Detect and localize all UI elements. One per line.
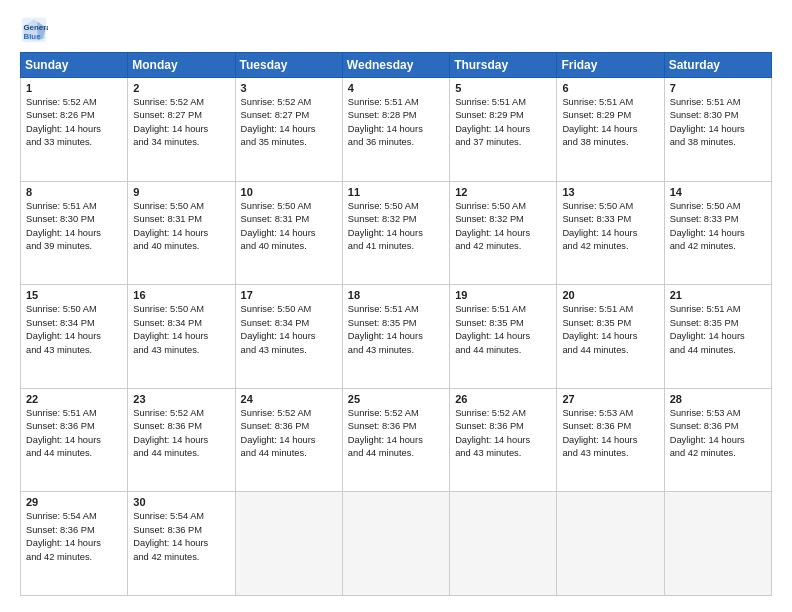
day-info: Sunrise: 5:53 AMSunset: 8:36 PMDaylight:…: [670, 407, 766, 461]
day-info: Sunrise: 5:52 AMSunset: 8:36 PMDaylight:…: [455, 407, 551, 461]
calendar-cell: 4Sunrise: 5:51 AMSunset: 8:28 PMDaylight…: [342, 78, 449, 182]
logo-icon: General Blue: [20, 16, 48, 44]
day-number: 2: [133, 82, 229, 94]
day-number: 23: [133, 393, 229, 405]
day-number: 7: [670, 82, 766, 94]
calendar-header-friday: Friday: [557, 53, 664, 78]
calendar-cell: 19Sunrise: 5:51 AMSunset: 8:35 PMDayligh…: [450, 285, 557, 389]
header: General Blue: [20, 16, 772, 44]
calendar-cell: 2Sunrise: 5:52 AMSunset: 8:27 PMDaylight…: [128, 78, 235, 182]
day-number: 30: [133, 496, 229, 508]
day-number: 29: [26, 496, 122, 508]
day-number: 18: [348, 289, 444, 301]
calendar-cell: 24Sunrise: 5:52 AMSunset: 8:36 PMDayligh…: [235, 388, 342, 492]
day-number: 6: [562, 82, 658, 94]
day-number: 27: [562, 393, 658, 405]
day-number: 15: [26, 289, 122, 301]
calendar-cell: 14Sunrise: 5:50 AMSunset: 8:33 PMDayligh…: [664, 181, 771, 285]
calendar-cell: 18Sunrise: 5:51 AMSunset: 8:35 PMDayligh…: [342, 285, 449, 389]
calendar-cell: 6Sunrise: 5:51 AMSunset: 8:29 PMDaylight…: [557, 78, 664, 182]
day-info: Sunrise: 5:51 AMSunset: 8:30 PMDaylight:…: [670, 96, 766, 150]
calendar-header-sunday: Sunday: [21, 53, 128, 78]
calendar-cell: 30Sunrise: 5:54 AMSunset: 8:36 PMDayligh…: [128, 492, 235, 596]
calendar-cell: 10Sunrise: 5:50 AMSunset: 8:31 PMDayligh…: [235, 181, 342, 285]
calendar-table: SundayMondayTuesdayWednesdayThursdayFrid…: [20, 52, 772, 596]
day-info: Sunrise: 5:52 AMSunset: 8:36 PMDaylight:…: [348, 407, 444, 461]
day-info: Sunrise: 5:52 AMSunset: 8:36 PMDaylight:…: [133, 407, 229, 461]
day-info: Sunrise: 5:50 AMSunset: 8:32 PMDaylight:…: [348, 200, 444, 254]
day-number: 24: [241, 393, 337, 405]
day-number: 28: [670, 393, 766, 405]
day-info: Sunrise: 5:51 AMSunset: 8:35 PMDaylight:…: [670, 303, 766, 357]
calendar-header-tuesday: Tuesday: [235, 53, 342, 78]
day-info: Sunrise: 5:50 AMSunset: 8:31 PMDaylight:…: [241, 200, 337, 254]
day-info: Sunrise: 5:50 AMSunset: 8:31 PMDaylight:…: [133, 200, 229, 254]
svg-text:Blue: Blue: [24, 32, 42, 41]
day-number: 22: [26, 393, 122, 405]
calendar-cell: [557, 492, 664, 596]
day-info: Sunrise: 5:52 AMSunset: 8:27 PMDaylight:…: [241, 96, 337, 150]
calendar-cell: 7Sunrise: 5:51 AMSunset: 8:30 PMDaylight…: [664, 78, 771, 182]
day-info: Sunrise: 5:53 AMSunset: 8:36 PMDaylight:…: [562, 407, 658, 461]
calendar-cell: 11Sunrise: 5:50 AMSunset: 8:32 PMDayligh…: [342, 181, 449, 285]
calendar-cell: [450, 492, 557, 596]
day-number: 25: [348, 393, 444, 405]
day-info: Sunrise: 5:52 AMSunset: 8:26 PMDaylight:…: [26, 96, 122, 150]
day-number: 16: [133, 289, 229, 301]
day-info: Sunrise: 5:50 AMSunset: 8:33 PMDaylight:…: [670, 200, 766, 254]
day-number: 11: [348, 186, 444, 198]
calendar-cell: [235, 492, 342, 596]
day-number: 5: [455, 82, 551, 94]
calendar-cell: 12Sunrise: 5:50 AMSunset: 8:32 PMDayligh…: [450, 181, 557, 285]
calendar-cell: 17Sunrise: 5:50 AMSunset: 8:34 PMDayligh…: [235, 285, 342, 389]
logo: General Blue: [20, 16, 52, 44]
day-number: 1: [26, 82, 122, 94]
calendar-header-row: SundayMondayTuesdayWednesdayThursdayFrid…: [21, 53, 772, 78]
day-info: Sunrise: 5:52 AMSunset: 8:27 PMDaylight:…: [133, 96, 229, 150]
day-info: Sunrise: 5:51 AMSunset: 8:29 PMDaylight:…: [455, 96, 551, 150]
calendar-cell: [342, 492, 449, 596]
day-info: Sunrise: 5:51 AMSunset: 8:29 PMDaylight:…: [562, 96, 658, 150]
day-info: Sunrise: 5:50 AMSunset: 8:32 PMDaylight:…: [455, 200, 551, 254]
day-info: Sunrise: 5:51 AMSunset: 8:35 PMDaylight:…: [348, 303, 444, 357]
calendar-cell: 25Sunrise: 5:52 AMSunset: 8:36 PMDayligh…: [342, 388, 449, 492]
day-number: 13: [562, 186, 658, 198]
calendar-week-3: 22Sunrise: 5:51 AMSunset: 8:36 PMDayligh…: [21, 388, 772, 492]
day-number: 10: [241, 186, 337, 198]
calendar-cell: 21Sunrise: 5:51 AMSunset: 8:35 PMDayligh…: [664, 285, 771, 389]
calendar-header-saturday: Saturday: [664, 53, 771, 78]
calendar-cell: 13Sunrise: 5:50 AMSunset: 8:33 PMDayligh…: [557, 181, 664, 285]
day-info: Sunrise: 5:50 AMSunset: 8:34 PMDaylight:…: [133, 303, 229, 357]
calendar-cell: 15Sunrise: 5:50 AMSunset: 8:34 PMDayligh…: [21, 285, 128, 389]
day-number: 4: [348, 82, 444, 94]
calendar-cell: 23Sunrise: 5:52 AMSunset: 8:36 PMDayligh…: [128, 388, 235, 492]
calendar-header-wednesday: Wednesday: [342, 53, 449, 78]
day-info: Sunrise: 5:51 AMSunset: 8:28 PMDaylight:…: [348, 96, 444, 150]
calendar-cell: 22Sunrise: 5:51 AMSunset: 8:36 PMDayligh…: [21, 388, 128, 492]
calendar-cell: 28Sunrise: 5:53 AMSunset: 8:36 PMDayligh…: [664, 388, 771, 492]
day-info: Sunrise: 5:51 AMSunset: 8:35 PMDaylight:…: [455, 303, 551, 357]
day-number: 26: [455, 393, 551, 405]
day-info: Sunrise: 5:51 AMSunset: 8:36 PMDaylight:…: [26, 407, 122, 461]
calendar-week-1: 8Sunrise: 5:51 AMSunset: 8:30 PMDaylight…: [21, 181, 772, 285]
day-number: 20: [562, 289, 658, 301]
page: General Blue SundayMondayTuesdayWednesda…: [0, 0, 792, 612]
day-number: 3: [241, 82, 337, 94]
day-number: 21: [670, 289, 766, 301]
day-number: 17: [241, 289, 337, 301]
calendar-header-monday: Monday: [128, 53, 235, 78]
calendar-cell: [664, 492, 771, 596]
day-number: 14: [670, 186, 766, 198]
day-number: 8: [26, 186, 122, 198]
day-number: 19: [455, 289, 551, 301]
calendar-cell: 26Sunrise: 5:52 AMSunset: 8:36 PMDayligh…: [450, 388, 557, 492]
day-info: Sunrise: 5:51 AMSunset: 8:35 PMDaylight:…: [562, 303, 658, 357]
day-info: Sunrise: 5:50 AMSunset: 8:34 PMDaylight:…: [241, 303, 337, 357]
calendar-week-0: 1Sunrise: 5:52 AMSunset: 8:26 PMDaylight…: [21, 78, 772, 182]
day-number: 9: [133, 186, 229, 198]
calendar-cell: 5Sunrise: 5:51 AMSunset: 8:29 PMDaylight…: [450, 78, 557, 182]
calendar-week-2: 15Sunrise: 5:50 AMSunset: 8:34 PMDayligh…: [21, 285, 772, 389]
svg-text:General: General: [24, 23, 49, 32]
day-info: Sunrise: 5:51 AMSunset: 8:30 PMDaylight:…: [26, 200, 122, 254]
calendar-cell: 20Sunrise: 5:51 AMSunset: 8:35 PMDayligh…: [557, 285, 664, 389]
